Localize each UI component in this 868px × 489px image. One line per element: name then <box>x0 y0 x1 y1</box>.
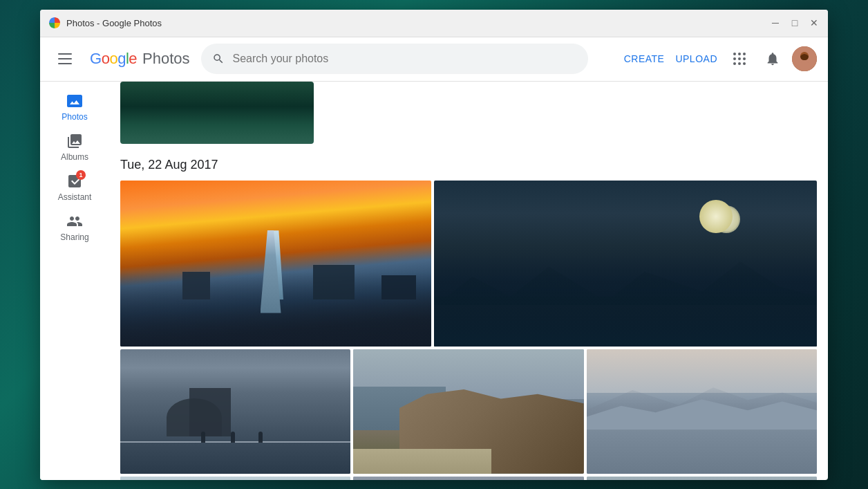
window-title: Photos - Google Photos <box>66 18 770 28</box>
logo: Google Photos <box>90 50 190 68</box>
app-icon <box>48 17 61 29</box>
create-button[interactable]: CREATE <box>621 48 668 70</box>
partial-photo[interactable] <box>120 82 314 144</box>
sidebar-label-sharing: Sharing <box>60 232 88 242</box>
app-window: Photos - Google Photos ─ □ ✕ Google Phot… <box>40 10 828 480</box>
bell-icon <box>765 51 780 66</box>
photo-area[interactable]: Tue, 22 Aug 2017 <box>109 82 828 480</box>
photo-mountains-moon[interactable] <box>434 181 817 347</box>
search-bar[interactable] <box>201 44 588 74</box>
upload-button[interactable]: UPLOAD <box>672 48 720 70</box>
search-input[interactable] <box>233 53 577 65</box>
photo-coastal-cliffs[interactable] <box>353 349 583 474</box>
date-header: Tue, 22 Aug 2017 <box>120 147 817 181</box>
sidebar-item-sharing[interactable]: Sharing <box>47 207 102 248</box>
sidebar-label-albums: Albums <box>61 152 88 162</box>
photo-row-3 <box>120 477 817 480</box>
navbar: Google Photos CREATE UPLOAD <box>40 37 828 82</box>
photo-rocky-shore[interactable] <box>587 477 817 480</box>
photo-alpine-lake[interactable] <box>587 349 817 474</box>
sidebar: Photos Albums 1 Assistant <box>40 82 109 480</box>
hamburger-line-3 <box>58 63 72 64</box>
window-controls: ─ □ ✕ <box>770 17 820 28</box>
assistant-icon-wrapper: 1 <box>66 173 83 190</box>
apps-button[interactable] <box>726 45 753 73</box>
avatar-image <box>792 46 817 71</box>
titlebar: Photos - Google Photos ─ □ ✕ <box>40 10 828 37</box>
nav-actions: CREATE UPLOAD <box>621 45 817 73</box>
photo-london-shard[interactable] <box>120 181 431 347</box>
photo-forest-mountains[interactable] <box>120 477 350 480</box>
sidebar-label-photos: Photos <box>62 112 87 122</box>
albums-icon <box>66 133 83 149</box>
sharing-icon <box>66 213 83 230</box>
assistant-badge: 1 <box>76 170 86 180</box>
maximize-button[interactable]: □ <box>789 17 800 28</box>
hamburger-line-2 <box>58 58 72 59</box>
close-button[interactable]: ✕ <box>809 17 820 28</box>
photo-row-1 <box>120 181 817 347</box>
sidebar-label-assistant: Assistant <box>58 192 92 202</box>
google-logo-text: Google <box>90 50 137 68</box>
main-content: Photos Albums 1 Assistant <box>40 82 828 480</box>
photo-row-2 <box>120 349 817 474</box>
hamburger-line-1 <box>58 53 72 55</box>
sidebar-item-albums[interactable]: Albums <box>47 127 102 167</box>
hamburger-button[interactable] <box>51 45 79 73</box>
search-icon <box>212 53 225 65</box>
photos-logo-text: Photos <box>142 50 190 68</box>
photo-stormy-sea[interactable] <box>353 477 583 480</box>
apps-grid-icon <box>733 53 746 65</box>
sidebar-item-assistant[interactable]: 1 Assistant <box>47 167 102 207</box>
sidebar-item-photos[interactable]: Photos <box>47 87 102 127</box>
photos-icon <box>66 93 83 109</box>
photo-st-pauls[interactable] <box>120 349 350 474</box>
avatar[interactable] <box>792 46 817 71</box>
notifications-button[interactable] <box>759 45 786 73</box>
minimize-button[interactable]: ─ <box>770 17 781 28</box>
